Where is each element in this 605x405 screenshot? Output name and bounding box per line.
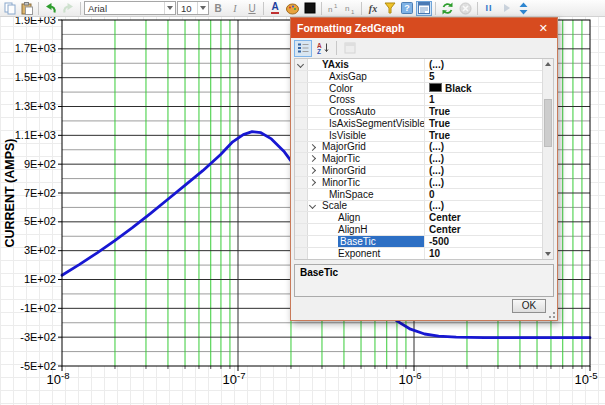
property-value-cell[interactable]: Black <box>425 83 542 94</box>
expand-icon[interactable] <box>309 155 316 162</box>
collapse-icon[interactable] <box>297 60 304 67</box>
filter-button[interactable] <box>382 1 398 16</box>
property-value-cell[interactable]: True <box>425 106 542 117</box>
help-button[interactable]: ? <box>399 1 415 16</box>
dialog-titlebar[interactable]: Formatting ZedGraph ✕ <box>291 18 557 38</box>
property-row-cross[interactable]: Cross1 <box>295 94 542 106</box>
collapse-icon[interactable] <box>309 202 316 209</box>
property-name-cell[interactable]: Exponent <box>308 248 425 259</box>
property-value-cell[interactable]: (...) <box>425 59 542 70</box>
property-row-axisgap[interactable]: AxisGap5 <box>295 71 542 83</box>
property-value-cell[interactable]: (...) <box>425 165 542 176</box>
property-row-majortic[interactable]: MajorTic(...) <box>295 153 542 165</box>
property-name-cell[interactable]: AxisGap <box>308 71 425 82</box>
property-name-cell[interactable]: YAxis <box>308 59 425 70</box>
font-size-select[interactable]: 10 <box>177 1 209 15</box>
expand-icon[interactable] <box>309 179 316 186</box>
ok-button[interactable]: OK <box>512 299 546 313</box>
function-button[interactable]: fx <box>365 1 381 16</box>
property-name-cell[interactable]: MinorGrid <box>308 165 425 176</box>
close-icon[interactable]: ✕ <box>536 22 551 35</box>
properties-button[interactable] <box>416 1 432 16</box>
property-value-cell[interactable]: 0 <box>425 189 542 200</box>
property-value-cell[interactable]: (...) <box>425 177 542 188</box>
play-button[interactable] <box>498 1 514 16</box>
property-row-minortic[interactable]: MinorTic(...) <box>295 177 542 189</box>
y-tick-label: 1.1E+03 <box>15 129 56 141</box>
superscript-button[interactable]: n1 <box>325 1 341 16</box>
italic-button[interactable]: I <box>227 1 243 16</box>
property-name-cell[interactable]: IsAxisSegmentVisible <box>308 118 425 129</box>
property-row-isvisible[interactable]: IsVisibleTrue <box>295 130 542 142</box>
expand-icon[interactable] <box>309 167 316 174</box>
categorized-button[interactable] <box>294 40 312 57</box>
property-name-cell[interactable]: Scale <box>308 201 425 212</box>
chevron-down-icon[interactable] <box>197 2 208 14</box>
property-row-yaxis[interactable]: YAxis(...) <box>295 59 542 71</box>
subscript-button[interactable]: n1 <box>342 1 358 16</box>
property-name: Exponent <box>338 248 380 259</box>
resize-grip[interactable] <box>548 311 555 318</box>
property-value-cell[interactable]: (...) <box>425 153 542 164</box>
property-value-cell[interactable]: 5 <box>425 71 542 82</box>
property-row-exponent[interactable]: Exponent10 <box>295 248 542 260</box>
property-name-cell[interactable]: AlignH <box>308 224 425 235</box>
font-family-select[interactable]: Arial <box>84 1 176 15</box>
property-value-cell[interactable]: -500 <box>425 236 542 247</box>
property-name-cell[interactable]: MinorTic <box>308 177 425 188</box>
property-row-align[interactable]: AlignCenter <box>295 212 542 224</box>
paste-button[interactable] <box>19 1 35 16</box>
chevron-down-icon[interactable] <box>164 2 175 14</box>
property-row-color[interactable]: ColorBlack <box>295 83 542 95</box>
property-name-cell[interactable]: CrossAuto <box>308 106 425 117</box>
property-name-cell[interactable]: MinSpace <box>308 189 425 200</box>
property-name-cell[interactable]: IsVisible <box>308 130 425 141</box>
copy-button[interactable] <box>2 1 18 16</box>
property-row-alignh[interactable]: AlignHCenter <box>295 224 542 236</box>
updown-button[interactable] <box>515 1 531 16</box>
property-name-cell[interactable]: MajorGrid <box>308 142 425 153</box>
property-row-majorgrid[interactable]: MajorGrid(...) <box>295 142 542 154</box>
expand-icon[interactable] <box>309 144 316 151</box>
property-value: 0 <box>429 189 435 200</box>
underline-button[interactable]: U <box>244 1 260 16</box>
scroll-up-icon[interactable] <box>543 59 553 69</box>
scroll-down-icon[interactable] <box>543 249 553 259</box>
property-row-basetic[interactable]: BaseTic-500 <box>295 236 542 248</box>
formatting-dialog[interactable]: Formatting ZedGraph ✕ AZ YAxis(...)AxisG… <box>290 17 558 321</box>
property-value-cell[interactable]: Center <box>425 212 542 223</box>
property-value-cell[interactable]: 10 <box>425 248 542 259</box>
bold-button[interactable]: B <box>210 1 226 16</box>
property-grid[interactable]: YAxis(...)AxisGap5ColorBlackCross1CrossA… <box>294 58 554 260</box>
palette-button[interactable] <box>284 1 301 16</box>
font-color-button[interactable]: A <box>267 1 283 16</box>
toolbar-separator <box>321 2 322 15</box>
undo-button[interactable] <box>42 1 59 16</box>
property-row-minorgrid[interactable]: MinorGrid(...) <box>295 165 542 177</box>
property-row-crossauto[interactable]: CrossAutoTrue <box>295 106 542 118</box>
property-grid-scrollbar[interactable] <box>542 59 553 259</box>
property-value-cell[interactable]: (...) <box>425 142 542 153</box>
property-value-cell[interactable]: True <box>425 130 542 141</box>
cancel-button[interactable] <box>457 1 474 16</box>
property-value-cell[interactable]: 1 <box>425 94 542 105</box>
property-row-scale[interactable]: Scale(...) <box>295 201 542 213</box>
property-value-cell[interactable]: (...) <box>425 201 542 212</box>
property-name-cell[interactable]: BaseTic <box>308 236 425 247</box>
property-name-cell[interactable]: MajorTic <box>308 153 425 164</box>
property-row-minspace[interactable]: MinSpace0 <box>295 189 542 201</box>
row-outline-margin <box>295 165 308 176</box>
redo-button[interactable] <box>60 1 77 16</box>
scrollbar-thumb[interactable] <box>544 99 552 147</box>
property-name-cell[interactable]: Align <box>308 212 425 223</box>
border-color-button[interactable] <box>302 1 318 16</box>
property-value-cell[interactable]: True <box>425 118 542 129</box>
property-row-isaxissegmentvisible[interactable]: IsAxisSegmentVisibleTrue <box>295 118 542 130</box>
property-value-cell[interactable]: Center <box>425 224 542 235</box>
property-name-cell[interactable]: Cross <box>308 94 425 105</box>
property-pages-button[interactable] <box>341 40 359 57</box>
alphabetical-button[interactable]: AZ <box>314 40 332 57</box>
refresh-button[interactable] <box>439 1 456 16</box>
property-name-cell[interactable]: Color <box>308 83 425 94</box>
pause-button[interactable]: II <box>481 1 497 16</box>
